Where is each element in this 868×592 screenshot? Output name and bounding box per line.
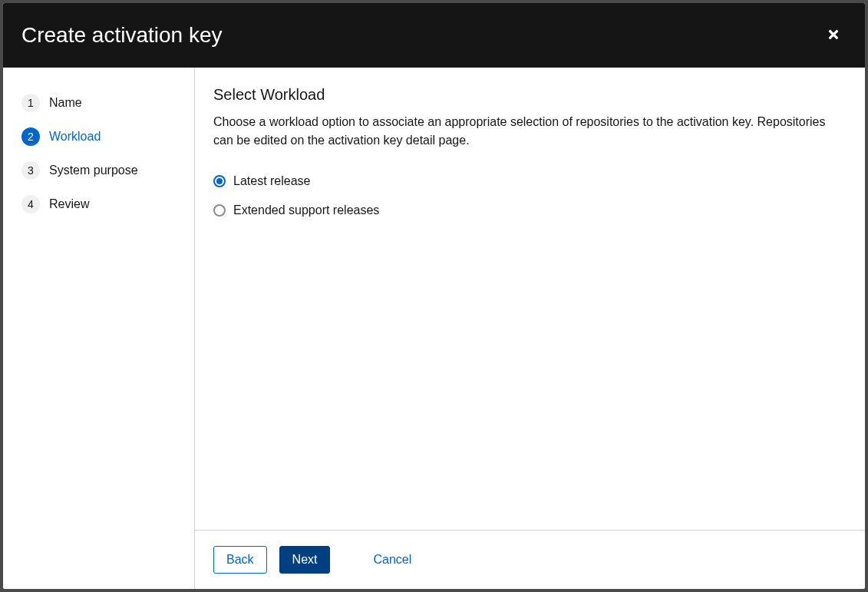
step-label: Workload (49, 130, 101, 144)
modal-header: Create activation key (3, 3, 865, 68)
step-number: 1 (21, 94, 40, 112)
create-activation-key-modal: Create activation key 1 Name 2 Workload … (3, 3, 865, 589)
radio-dot-icon (216, 178, 223, 184)
radio-icon (213, 175, 226, 187)
radio-label: Latest release (233, 174, 311, 188)
step-number: 4 (21, 195, 40, 213)
content-main: Select Workload Choose a workload option… (195, 68, 865, 530)
content-title: Select Workload (213, 86, 847, 104)
modal-body: 1 Name 2 Workload 3 System purpose 4 Rev… (3, 68, 865, 589)
next-button[interactable]: Next (279, 546, 331, 574)
wizard-content: Select Workload Choose a workload option… (195, 68, 865, 589)
step-review[interactable]: 4 Review (15, 187, 182, 221)
radio-extended-support[interactable]: Extended support releases (213, 203, 847, 217)
step-system-purpose[interactable]: 3 System purpose (15, 154, 182, 187)
step-name[interactable]: 1 Name (15, 86, 182, 120)
modal-title: Create activation key (21, 23, 222, 48)
cancel-button[interactable]: Cancel (361, 547, 424, 573)
wizard-sidebar: 1 Name 2 Workload 3 System purpose 4 Rev… (3, 68, 195, 589)
close-icon (827, 28, 840, 44)
step-list: 1 Name 2 Workload 3 System purpose 4 Rev… (15, 86, 182, 221)
step-number: 3 (21, 161, 40, 180)
step-label: System purpose (49, 164, 138, 177)
content-description: Choose a workload option to associate an… (213, 113, 847, 150)
close-button[interactable] (820, 21, 847, 50)
workload-radio-group: Latest release Extended support releases (213, 174, 847, 217)
radio-label: Extended support releases (233, 203, 379, 217)
step-number: 2 (21, 127, 40, 146)
wizard-footer: Back Next Cancel (195, 530, 865, 589)
back-button[interactable]: Back (213, 546, 267, 574)
radio-icon (213, 204, 226, 217)
step-label: Review (49, 197, 89, 211)
step-label: Name (49, 96, 82, 110)
step-workload[interactable]: 2 Workload (15, 120, 182, 154)
radio-latest-release[interactable]: Latest release (213, 174, 847, 188)
